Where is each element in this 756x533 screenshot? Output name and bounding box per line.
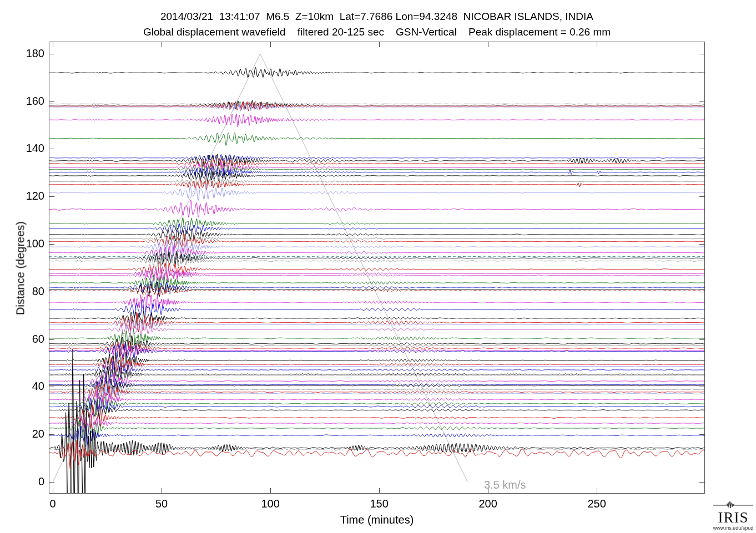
title-line-1: 2014/03/21 13:41:07 M6.5 Z=10km Lat=7.76…	[49, 11, 705, 23]
x-tick-label: 50	[145, 498, 178, 510]
y-tick-label: 80	[13, 285, 44, 298]
iris-url: www.iris.edu/spud	[712, 526, 755, 531]
iris-logo: IRIS www.iris.edu/spud	[712, 501, 755, 531]
x-tick-label: 250	[580, 498, 613, 510]
y-tick-label: 0	[13, 475, 44, 488]
iris-logo-seismogram-icon	[713, 501, 753, 509]
y-tick-label: 60	[13, 333, 44, 346]
y-axis-label: Distance (degrees)	[14, 216, 27, 321]
y-tick-label: 20	[13, 428, 44, 440]
record-section-canvas	[0, 0, 756, 533]
y-tick-label: 120	[13, 190, 44, 202]
x-tick-label: 200	[471, 498, 505, 510]
record-section-figure: 2014/03/21 13:41:07 M6.5 Z=10km Lat=7.76…	[0, 0, 756, 533]
y-tick-label: 140	[13, 142, 44, 155]
title-line-2: Global displacement wavefield filtered 2…	[49, 26, 705, 38]
y-tick-label: 40	[13, 380, 44, 393]
y-tick-label: 180	[13, 47, 44, 60]
y-tick-label: 160	[13, 95, 44, 108]
y-tick-label: 100	[13, 237, 44, 250]
x-axis-label: Time (minutes)	[49, 514, 705, 526]
velocity-annotation: 3.5 km/s	[484, 479, 526, 491]
x-tick-label: 150	[362, 498, 396, 510]
x-tick-label: 100	[254, 498, 287, 510]
iris-logo-text: IRIS	[712, 510, 755, 525]
x-tick-label: 0	[36, 498, 69, 510]
